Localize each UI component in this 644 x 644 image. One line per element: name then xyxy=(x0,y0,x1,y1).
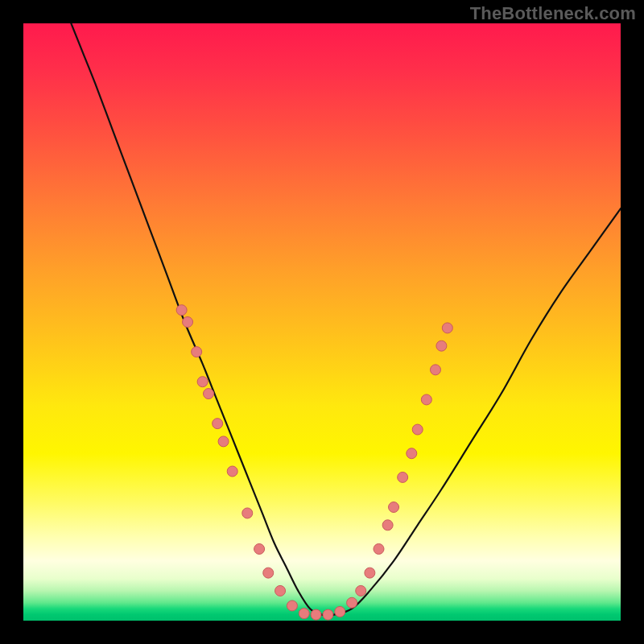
curve-marker xyxy=(287,601,297,611)
curve-marker xyxy=(323,609,333,620)
curve-marker xyxy=(263,568,274,578)
curve-marker xyxy=(299,609,309,619)
curve-marker xyxy=(311,609,321,620)
curve-marker xyxy=(421,394,431,405)
curve-marker xyxy=(365,568,375,578)
curve-markers xyxy=(176,305,452,620)
curve-marker xyxy=(356,585,366,596)
curve-marker xyxy=(275,585,286,596)
curve-marker xyxy=(430,365,440,375)
watermark-text: TheBottleneck.com xyxy=(470,3,636,24)
curve-marker xyxy=(347,597,357,608)
curve-marker xyxy=(176,305,187,316)
curve-marker xyxy=(227,466,237,477)
curve-marker xyxy=(382,520,393,530)
curve-marker xyxy=(254,543,265,554)
curve-marker xyxy=(335,606,345,617)
chart-stage: TheBottleneck.com xyxy=(0,0,644,644)
curve-marker xyxy=(389,502,399,513)
curve-marker xyxy=(197,377,208,387)
curve-marker xyxy=(442,323,452,333)
curve-marker xyxy=(436,341,447,351)
bottleneck-curve xyxy=(71,23,621,616)
curve-marker xyxy=(412,424,423,435)
curve-marker xyxy=(407,448,417,459)
curve-marker xyxy=(213,419,223,429)
plot-area xyxy=(23,23,621,621)
curve-marker xyxy=(398,472,408,482)
curve-layer xyxy=(23,23,621,621)
curve-marker xyxy=(374,543,384,554)
curve-marker xyxy=(204,389,214,399)
curve-marker xyxy=(242,508,253,518)
curve-marker xyxy=(183,317,193,328)
curve-marker xyxy=(192,347,202,357)
curve-marker xyxy=(218,436,229,447)
